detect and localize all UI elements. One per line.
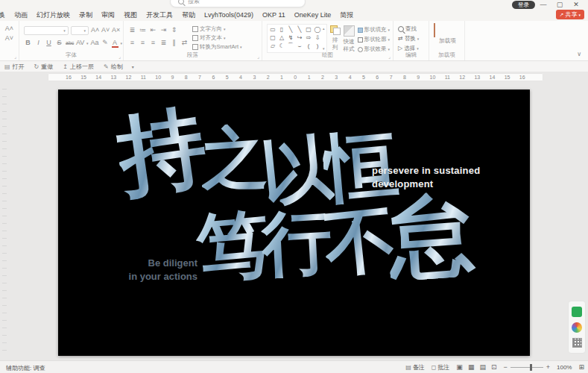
collapse-ribbon-icon[interactable]: ∨	[577, 51, 581, 57]
paragraph-list-icon[interactable]: ⇕	[170, 25, 178, 35]
comments-button[interactable]: ◻ 批注	[431, 363, 450, 372]
notes-button[interactable]: ▤ 备注	[405, 363, 425, 372]
menu-tab[interactable]: 帮助	[177, 10, 200, 20]
shape-icon[interactable]: ⇨	[304, 34, 313, 42]
horizontal-ruler[interactable]: 1615141312111098765432101234567891011121…	[48, 73, 543, 81]
menu-tab[interactable]: 简报	[335, 10, 358, 20]
menu-tab[interactable]: LvyhTools(0429)	[200, 10, 258, 20]
shape-icon[interactable]: ╲	[286, 25, 295, 34]
shape-icon[interactable]: ╲	[295, 25, 304, 34]
grow-font-button[interactable]: A˄	[1, 24, 17, 34]
shape-icon[interactable]: ▱	[268, 42, 277, 50]
paragraph-list-icon[interactable]: ≣	[128, 25, 136, 35]
menu-tab[interactable]: 换	[0, 10, 10, 20]
fit-to-window-icon[interactable]: ⊞	[578, 363, 584, 371]
menu-tab[interactable]: 审阅	[97, 10, 119, 20]
quickbar-chevron-icon[interactable]: ▾	[132, 64, 134, 69]
find-button[interactable]: 查找	[398, 24, 426, 34]
arrange-button[interactable]: 排列	[330, 24, 341, 53]
shape-icon[interactable]: ↯	[286, 34, 295, 42]
shadow-button[interactable]: S	[55, 38, 63, 48]
shrink-font-button[interactable]: A˅	[101, 25, 110, 35]
shape-fill-button[interactable]: 形状填充 ▾	[358, 26, 391, 34]
accessibility-status[interactable]: 辅助功能: 调查	[6, 364, 45, 372]
maximize-icon[interactable]: ▢	[554, 0, 565, 10]
menu-tab[interactable]: 录制	[75, 10, 97, 20]
dialog-launcher-icon[interactable]: ⌟	[388, 54, 391, 59]
shape-icon[interactable]: ⇩	[313, 34, 322, 42]
share-button[interactable]: ↗ 共享 ▾	[556, 10, 584, 19]
shape-icon[interactable]: △	[277, 34, 286, 42]
view-icon[interactable]: ▦	[468, 363, 475, 371]
paragraph-list-icon[interactable]: ⇤	[149, 25, 157, 35]
paragraph-align-icon[interactable]: ∥	[170, 38, 178, 48]
vertical-ruler[interactable]	[2, 89, 7, 354]
strikethrough-button[interactable]: abc	[66, 38, 74, 48]
quickbar-item[interactable]: ↻ 重做	[34, 63, 54, 71]
quickbar-item[interactable]: ▤ 打开	[4, 63, 25, 71]
shape-icon[interactable]: ⌣	[295, 42, 304, 50]
addins-button[interactable]: 加载项	[434, 24, 461, 44]
menu-tab[interactable]: 幻灯片放映	[32, 10, 75, 20]
character-spacing-button[interactable]: AV	[76, 38, 84, 48]
shape-icon[interactable]: ↪	[295, 34, 304, 42]
bold-button[interactable]: B	[24, 38, 32, 48]
menu-tab[interactable]: 开发工具	[142, 10, 177, 20]
english-caption-top[interactable]: persevere in sustained development	[372, 164, 480, 190]
paragraph-align-icon[interactable]: ⇄	[180, 38, 189, 48]
shapes-gallery-scrollbar[interactable]: ▴ ▾	[322, 25, 326, 51]
italic-button[interactable]: I	[34, 38, 42, 48]
dialog-launcher-icon[interactable]: ⌟	[257, 54, 259, 59]
replace-button[interactable]: ⇄ 替换 ▾	[398, 34, 426, 43]
paragraph-align-icon[interactable]: ≡	[139, 38, 147, 48]
shape-icon[interactable]: ⌒	[286, 42, 295, 50]
colorful-pinwheel-icon[interactable]	[572, 322, 582, 333]
menu-tab[interactable]: OKP 11	[258, 10, 290, 20]
menu-tab[interactable]: OneKey Lite	[290, 10, 336, 20]
quickbar-item[interactable]: ✎ 绘制	[104, 63, 123, 71]
login-button[interactable]: 登录	[512, 1, 535, 9]
shape-icon[interactable]: ▢	[268, 34, 277, 42]
shape-icon[interactable]: ▯	[277, 25, 286, 34]
close-icon[interactable]: ✕	[571, 0, 581, 10]
shrink-font-button[interactable]: A˅	[1, 34, 17, 43]
minimize-icon[interactable]: —	[538, 0, 549, 10]
dialog-launcher-icon[interactable]: ⌟	[14, 54, 16, 59]
text-direction-button[interactable]: 文字方向 ▾	[192, 25, 242, 33]
slide-canvas[interactable]: 持之以恒 笃行不怠 persevere in sustained develop…	[58, 90, 530, 356]
english-caption-left[interactable]: Be diligent in your actions	[73, 257, 197, 283]
quickbar-item[interactable]: ↥ 上移一层	[63, 63, 94, 71]
zoom-slider[interactable]	[510, 367, 543, 368]
calligraphy-line-1[interactable]: 持之以恒	[122, 110, 393, 198]
shape-icon[interactable]: ▭	[268, 25, 277, 34]
search-box[interactable]: 搜索	[170, 0, 306, 7]
green-doc-icon[interactable]	[572, 307, 582, 317]
menu-tab[interactable]: 动画	[10, 10, 32, 20]
highlight-button[interactable]: ✎	[101, 38, 110, 48]
paragraph-align-icon[interactable]: ≣	[159, 38, 168, 48]
shape-icon[interactable]: )	[313, 42, 322, 50]
zoom-in-icon[interactable]: +	[546, 363, 550, 371]
shape-icon[interactable]: ▢	[304, 25, 313, 34]
grow-font-button[interactable]: A˄	[91, 25, 99, 35]
paragraph-align-icon[interactable]: ≡	[128, 38, 136, 48]
dialog-launcher-icon[interactable]: ⌟	[118, 54, 121, 59]
convert-smartart-button[interactable]: 转换为SmartArt ▾	[192, 43, 242, 51]
menu-tab[interactable]: 视图	[119, 10, 142, 20]
shape-icon[interactable]: (	[304, 42, 313, 50]
scroll-down-icon[interactable]: ▾	[323, 46, 325, 51]
paragraph-align-icon[interactable]: ≡	[149, 38, 157, 48]
font-size-select[interactable]: ▾	[71, 26, 89, 35]
align-text-button[interactable]: 对齐文本 ▾	[192, 34, 242, 42]
clear-format-button[interactable]: A×	[112, 25, 120, 35]
zoom-level[interactable]: 100%	[557, 364, 572, 371]
zoom-out-icon[interactable]: −	[503, 363, 507, 371]
view-icon[interactable]: ▣	[456, 363, 463, 371]
view-icon[interactable]: ▤	[479, 363, 486, 371]
change-case-button[interactable]: Aa	[91, 38, 99, 48]
view-icon[interactable]: ⊡	[491, 363, 497, 371]
shape-icon[interactable]: ☾	[277, 42, 286, 50]
underline-button[interactable]: U	[45, 38, 53, 48]
scroll-up-icon[interactable]: ▴	[323, 26, 325, 31]
paragraph-list-icon[interactable]: ≔	[139, 25, 147, 35]
